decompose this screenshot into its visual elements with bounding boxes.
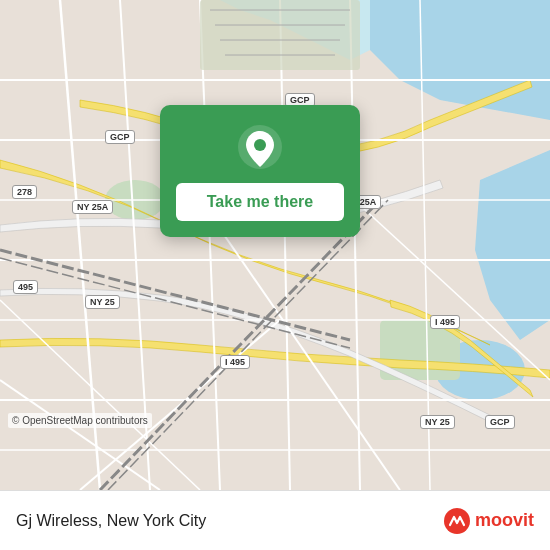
info-bar: Gj Wireless, New York City moovit	[0, 490, 550, 550]
road-label-r9: I 495	[220, 355, 250, 369]
road-label-r7: NY 25	[420, 415, 455, 429]
road-label-r11: GCP	[485, 415, 515, 429]
moovit-logo: moovit	[443, 507, 534, 535]
road-label-r1: 278	[12, 185, 37, 199]
road-label-r2: GCP	[105, 130, 135, 144]
take-me-there-button[interactable]: Take me there	[176, 183, 344, 221]
moovit-brand-text: moovit	[475, 510, 534, 531]
map-container: 278GCPGCPNY 25ANY 25ANY 25NY 25495I 495I…	[0, 0, 550, 490]
location-pin-icon	[236, 123, 284, 171]
road-label-r4: NY 25A	[72, 200, 113, 214]
moovit-icon	[443, 507, 471, 535]
road-label-r8: 495	[13, 280, 38, 294]
osm-attribution: © OpenStreetMap contributors	[8, 413, 152, 428]
road-label-r6: NY 25	[85, 295, 120, 309]
location-label: Gj Wireless, New York City	[16, 512, 206, 530]
road-label-r10: I 495	[430, 315, 460, 329]
popup-card: Take me there	[160, 105, 360, 237]
svg-point-32	[254, 139, 266, 151]
